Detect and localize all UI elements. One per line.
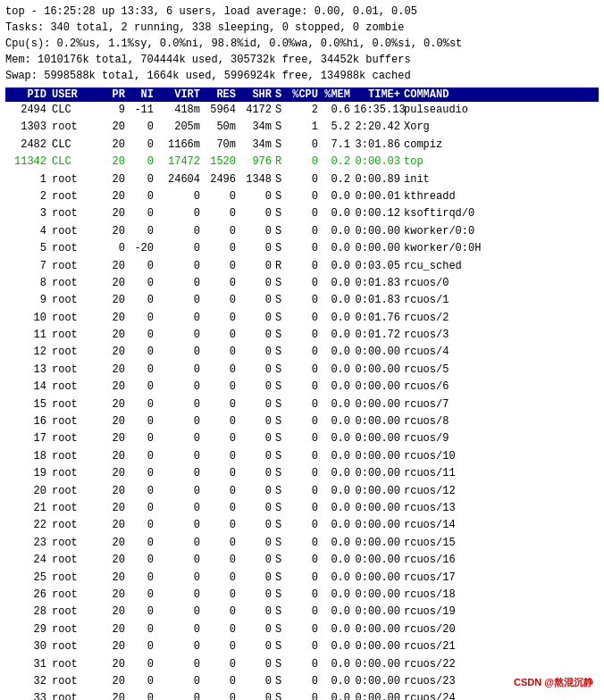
cell-time: 0:01.83	[354, 293, 404, 308]
cell-pr: 20	[104, 604, 129, 620]
cell-cmd: rcuos/9	[404, 431, 599, 446]
cell-shr: 4172	[239, 103, 275, 118]
cell-virt: 0	[157, 657, 204, 672]
cell-mem: 0.0	[322, 311, 354, 326]
table-row: 31 root 20 0 0 0 0 S 0 0.0 0:00.00 rcuos…	[5, 656, 599, 673]
cell-res: 0	[204, 397, 239, 412]
cell-pid: 13	[5, 362, 52, 378]
cell-res: 0	[204, 518, 239, 533]
cell-time: 0:00.00	[354, 518, 404, 533]
header-line2: Tasks: 340 total, 2 running, 338 sleepin…	[5, 20, 599, 36]
table-row: 17 root 20 0 0 0 0 S 0 0.0 0:00.00 rcuos…	[5, 430, 599, 447]
cell-s: S	[275, 674, 289, 689]
cell-pid: 26	[5, 588, 52, 603]
cell-s: S	[275, 518, 289, 533]
cell-res: 0	[204, 224, 239, 239]
cell-res: 0	[204, 501, 239, 516]
cell-ni: 0	[129, 536, 157, 551]
cell-s: S	[275, 466, 289, 481]
cell-ni: -11	[129, 103, 157, 118]
table-row: 24 root 20 0 0 0 0 S 0 0.0 0:00.00 rcuos…	[5, 552, 599, 569]
cell-ni: 0	[129, 138, 157, 153]
cell-shr: 0	[239, 414, 275, 429]
cell-res: 0	[204, 206, 239, 221]
cell-pr: 20	[104, 484, 129, 499]
cell-mem: 0.6	[322, 103, 354, 118]
cell-pr: 20	[104, 449, 129, 464]
cell-pid: 2494	[5, 103, 52, 118]
col-header-time: TIME+	[354, 88, 404, 101]
cell-time: 16:35.13	[354, 103, 404, 118]
cell-pid: 32	[5, 674, 52, 689]
cell-pid: 25	[5, 571, 52, 586]
cell-shr: 0	[239, 639, 275, 654]
cell-user: root	[52, 362, 104, 378]
cell-shr: 0	[239, 674, 275, 689]
cell-virt: 0	[157, 674, 204, 689]
cell-res: 0	[204, 466, 239, 481]
table-row: 21 root 20 0 0 0 0 S 0 0.0 0:00.00 rcuos…	[5, 500, 599, 517]
cell-virt: 0	[157, 484, 204, 499]
cell-virt: 0	[157, 639, 204, 654]
cell-ni: 0	[129, 172, 157, 188]
cell-mem: 0.0	[322, 639, 354, 654]
cell-user: root	[52, 622, 104, 638]
table-row: 11 root 20 0 0 0 0 S 0 0.0 0:01.72 rcuos…	[5, 327, 599, 344]
table-row: 13 root 20 0 0 0 0 S 0 0.0 0:00.00 rcuos…	[5, 362, 599, 379]
cell-time: 0:00.00	[354, 501, 404, 516]
cell-mem: 0.0	[322, 293, 354, 308]
cell-mem: 0.0	[322, 224, 354, 239]
cell-pid: 12	[5, 345, 52, 360]
cell-cmd: top	[404, 154, 599, 170]
cell-virt: 0	[157, 553, 204, 568]
cell-time: 0:00.00	[354, 241, 404, 256]
cell-cpu: 0	[289, 639, 322, 654]
cell-shr: 0	[239, 449, 275, 464]
cell-res: 70m	[204, 138, 239, 153]
cell-mem: 0.0	[322, 241, 354, 256]
cell-cpu: 0	[289, 276, 322, 291]
table-row: 12 root 20 0 0 0 0 S 0 0.0 0:00.00 rcuos…	[5, 344, 599, 361]
cell-pr: 20	[104, 536, 129, 551]
cell-virt: 0	[157, 397, 204, 412]
table-row: 19 root 20 0 0 0 0 S 0 0.0 0:00.00 rcuos…	[5, 465, 599, 482]
cell-shr: 0	[239, 536, 275, 551]
header-section: top - 16:25:28 up 13:33, 6 users, load a…	[5, 4, 599, 84]
cell-virt: 0	[157, 518, 204, 533]
cell-pid: 2482	[5, 138, 52, 153]
cell-s: S	[275, 397, 289, 412]
cell-shr: 0	[239, 397, 275, 412]
cell-shr: 0	[239, 691, 275, 700]
cell-cmd: rcuos/7	[404, 397, 599, 412]
cell-user: root	[52, 120, 104, 135]
cell-mem: 7.1	[322, 138, 354, 153]
cell-shr: 0	[239, 622, 275, 638]
cell-user: root	[52, 588, 104, 603]
cell-cpu: 0	[289, 362, 322, 378]
cell-mem: 0.0	[322, 362, 354, 378]
cell-ni: 0	[129, 622, 157, 638]
cell-pr: 20	[104, 276, 129, 291]
cell-res: 0	[204, 328, 239, 343]
col-header-ni: NI	[129, 88, 157, 101]
cell-virt: 0	[157, 431, 204, 446]
cell-pid: 28	[5, 604, 52, 620]
cell-ni: 0	[129, 518, 157, 533]
cell-s: S	[275, 103, 289, 118]
cell-user: root	[52, 657, 104, 672]
cell-cmd: rcuos/15	[404, 536, 599, 551]
cell-pid: 21	[5, 501, 52, 516]
cell-ni: 0	[129, 293, 157, 308]
cell-cpu: 1	[289, 120, 322, 135]
cell-user: root	[52, 691, 104, 700]
cell-mem: 0.0	[322, 328, 354, 343]
cell-cpu: 0	[289, 501, 322, 516]
cell-shr: 0	[239, 484, 275, 499]
cell-virt: 205m	[157, 120, 204, 135]
table-row: 33 root 20 0 0 0 0 S 0 0.0 0:00.00 rcuos…	[5, 690, 599, 700]
cell-mem: 0.2	[322, 154, 354, 170]
cell-user: root	[52, 345, 104, 360]
cell-s: S	[275, 362, 289, 378]
cell-ni: 0	[129, 588, 157, 603]
cell-s: S	[275, 571, 289, 586]
